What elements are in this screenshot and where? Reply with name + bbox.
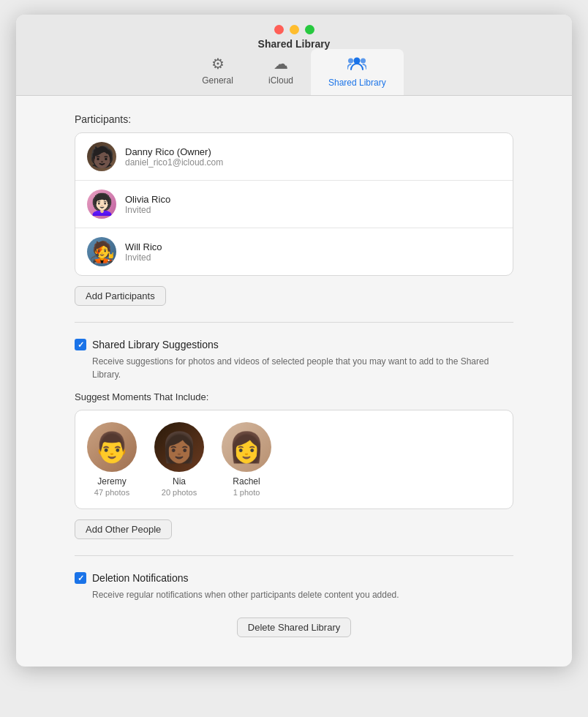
will-avatar-icon: 🧑‍🎤 [89, 240, 115, 264]
moment-name-rachel: Rachel [233, 476, 260, 487]
add-other-people-button[interactable]: Add Other People [75, 519, 172, 539]
suggest-moments-label: Suggest Moments That Include: [75, 391, 513, 402]
deletion-description: Receive regular notifications when other… [92, 588, 513, 601]
olivia-avatar-icon: 👩🏻‍🦱 [89, 192, 115, 217]
moment-name-jeremy: Jeremy [97, 476, 126, 487]
deletion-checkbox-row: ✓ Deletion Notifications [75, 572, 513, 584]
tab-general[interactable]: ⚙ General [184, 49, 251, 95]
participant-info-olivia: Olivia Rico Invited [125, 194, 170, 215]
close-button[interactable] [274, 25, 284, 34]
svg-point-2 [361, 59, 366, 64]
main-content: Participants: 🧑🏿 Danny Rico (Owner) dani… [16, 96, 572, 667]
moments-grid: Jeremy 47 photos Nia 20 photos Rac [75, 410, 513, 509]
moment-count-nia: 20 photos [162, 488, 197, 497]
participant-row: 🧑‍🎤 Will Rico Invited [75, 228, 513, 275]
main-window: Shared Library ⚙ General ☁ iCloud [16, 15, 572, 667]
participants-section: Participants: 🧑🏿 Danny Rico (Owner) dani… [75, 113, 513, 306]
participant-name: Danny Rico (Owner) [125, 146, 223, 157]
maximize-button[interactable] [305, 25, 314, 34]
window-title: Shared Library [258, 38, 331, 50]
tab-shared-library-label: Shared Library [328, 78, 386, 88]
moment-item-nia[interactable]: Nia 20 photos [154, 422, 204, 497]
suggestions-section: ✓ Shared Library Suggestions Receive sug… [75, 339, 513, 539]
moment-count-rachel: 1 photo [233, 488, 260, 497]
participant-info-danny: Danny Rico (Owner) daniel_rico1@icloud.c… [125, 146, 223, 168]
participants-label: Participants: [75, 113, 513, 125]
participant-row: 🧑🏿 Danny Rico (Owner) daniel_rico1@iclou… [75, 133, 513, 181]
avatar-olivia: 👩🏻‍🦱 [87, 189, 116, 219]
tab-icloud[interactable]: ☁ iCloud [251, 49, 311, 95]
participant-status-invited: Invited [125, 252, 162, 263]
participant-info-will: Will Rico Invited [125, 241, 162, 263]
moment-item-jeremy[interactable]: Jeremy 47 photos [87, 422, 137, 497]
divider-1 [75, 322, 513, 323]
deletion-label: Deletion Notifications [92, 572, 189, 584]
danny-avatar-icon: 🧑🏿 [89, 145, 115, 169]
svg-point-1 [348, 59, 353, 64]
people-icon [347, 55, 366, 75]
participant-name: Olivia Rico [125, 194, 170, 205]
delete-button-container: Delete Shared Library [75, 617, 513, 637]
moment-avatar-nia [154, 422, 204, 472]
participants-list: 🧑🏿 Danny Rico (Owner) daniel_rico1@iclou… [75, 132, 513, 276]
check-icon: ✓ [78, 340, 84, 350]
add-participants-button[interactable]: Add Participants [75, 286, 166, 306]
participant-status-invited: Invited [125, 205, 170, 215]
suggestions-checkbox[interactable]: ✓ [75, 339, 86, 350]
minimize-button[interactable] [290, 25, 299, 34]
nia-photo [161, 430, 197, 465]
traffic-lights [274, 25, 314, 34]
tab-shared-library[interactable]: Shared Library [311, 49, 404, 95]
participant-detail: daniel_rico1@icloud.com [125, 157, 223, 168]
moment-name-nia: Nia [173, 476, 186, 487]
deletion-checkbox[interactable]: ✓ [75, 572, 86, 584]
participant-name: Will Rico [125, 241, 162, 252]
jeremy-photo [94, 430, 130, 465]
tabs-bar: ⚙ General ☁ iCloud Sha [184, 49, 403, 95]
suggestions-description: Receive suggestions for photos and video… [92, 355, 513, 381]
moment-count-jeremy: 47 photos [94, 488, 129, 497]
tab-general-label: General [202, 75, 233, 86]
delete-shared-library-button[interactable]: Delete Shared Library [237, 617, 351, 637]
cloud-icon: ☁ [274, 55, 288, 72]
avatar-danny: 🧑🏿 [87, 142, 116, 171]
check-icon-deletion: ✓ [78, 574, 84, 583]
gear-icon: ⚙ [211, 55, 225, 72]
deletion-section: ✓ Deletion Notifications Receive regular… [75, 572, 513, 601]
participant-row: 👩🏻‍🦱 Olivia Rico Invited [75, 181, 513, 228]
titlebar: Shared Library ⚙ General ☁ iCloud [16, 15, 572, 96]
moment-avatar-jeremy [87, 422, 137, 472]
suggestions-label: Shared Library Suggestions [92, 339, 219, 350]
suggestions-checkbox-row: ✓ Shared Library Suggestions [75, 339, 513, 350]
moment-avatar-rachel [222, 422, 271, 472]
divider-2 [75, 555, 513, 556]
avatar-will: 🧑‍🎤 [87, 237, 116, 266]
moment-item-rachel[interactable]: Rachel 1 photo [222, 422, 271, 497]
rachel-photo [228, 430, 265, 465]
tab-icloud-label: iCloud [268, 75, 293, 86]
